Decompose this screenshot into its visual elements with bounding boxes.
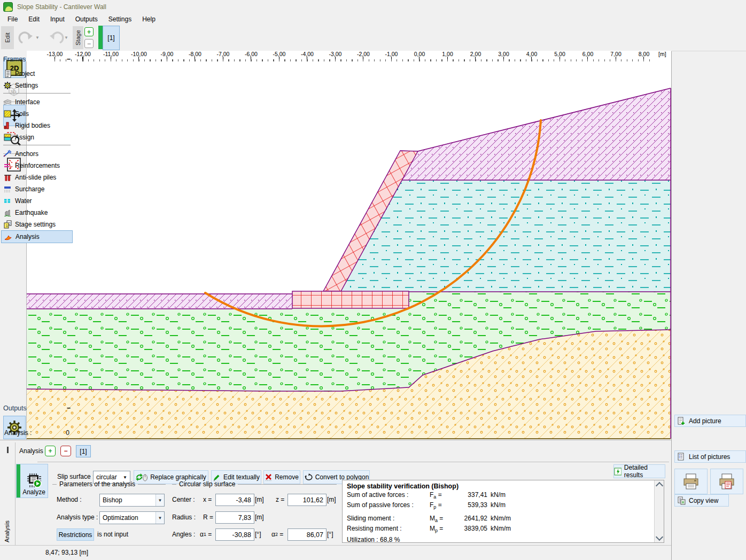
radius-field[interactable]: 7,83 <box>215 511 254 524</box>
ruler-label: 8,00 <box>639 51 649 57</box>
frame-item-project[interactable]: Project <box>3 68 72 80</box>
surcharge-icon <box>3 185 12 193</box>
earthquake-icon <box>3 208 12 217</box>
chevron-down-icon: ▼ <box>156 494 164 506</box>
stage-active-bar <box>98 26 103 49</box>
center-z-field[interactable]: 101,62 <box>287 494 327 506</box>
restrictions-button[interactable]: Restrictions <box>57 528 94 541</box>
ruler-unit: [m] <box>658 51 666 57</box>
panel-divider <box>15 442 15 545</box>
edit-textually-label: Edit textually <box>223 473 260 481</box>
analysis-type-select[interactable]: Optimization ▼ <box>99 511 165 524</box>
scroll-up-icon[interactable] <box>656 482 663 489</box>
redo-dropdown-icon[interactable]: ▼ <box>64 35 68 40</box>
frame-item-water[interactable]: Water <box>3 195 72 207</box>
results-scrollbar[interactable] <box>654 480 664 542</box>
result-row: Sum of active forces : Fa = 337,41 kN/m <box>347 491 646 501</box>
copy-view-button[interactable]: Copy view <box>674 494 729 507</box>
menu-settings[interactable]: Settings <box>103 14 137 24</box>
replace-graphically-label: Replace graphically <box>150 473 206 481</box>
restrictions-label: Restrictions <box>59 531 92 539</box>
detailed-results-button[interactable]: Detailed results <box>613 464 665 478</box>
frame-item-analysis[interactable]: Analysis <box>1 230 73 243</box>
unit-deg: [°] <box>327 528 333 540</box>
panel-grip[interactable] <box>7 447 9 453</box>
analysis-tab-1[interactable]: [1] <box>76 445 91 457</box>
frame-item-settings[interactable]: Settings <box>3 80 72 91</box>
ruler-label: -5,00 <box>273 51 286 57</box>
menu-input[interactable]: Input <box>45 14 70 24</box>
print-button[interactable] <box>674 469 708 494</box>
menu-file[interactable]: File <box>2 14 23 24</box>
list-of-pictures-button[interactable]: List of pictures <box>674 450 746 463</box>
add-picture-label: Add picture <box>689 417 721 425</box>
analyze-button[interactable]: Analyze <box>16 464 48 498</box>
project-icon <box>3 69 12 78</box>
frames-header: Frames − <box>3 56 71 63</box>
undo-dropdown-icon[interactable]: ▼ <box>35 35 40 40</box>
frame-item-label: Project <box>15 70 35 77</box>
stage-tab-1[interactable]: [1] <box>103 26 120 50</box>
utilization-row: Utilization : 68,8 % <box>347 535 646 543</box>
frame-item-stage-settings[interactable]: 21 Stage settings <box>3 219 72 230</box>
results-title: Slope stability verification (Bishop) <box>347 483 646 490</box>
result-row: Sum of passive forces : Fp = 539,33 kN/m <box>347 501 646 511</box>
menu-help[interactable]: Help <box>137 14 161 24</box>
frame-item-earthquake[interactable]: Earthquake <box>3 207 72 219</box>
alpha1-field[interactable]: -30,88 <box>215 528 254 541</box>
assign-icon <box>3 133 12 142</box>
add-analysis-button[interactable]: + <box>45 446 56 456</box>
frame-item-label: Reinforcements <box>15 162 60 169</box>
outputs-minimize-button[interactable]: − <box>67 405 71 412</box>
scroll-down-icon[interactable] <box>656 533 663 541</box>
method-value: Bishop <box>100 496 156 504</box>
frame-item-label: Soils <box>15 110 29 118</box>
radius-symbol: R = <box>203 511 213 523</box>
reinforcements-icon <box>3 161 12 170</box>
add-stage-button[interactable]: + <box>84 27 94 36</box>
frame-item-surcharge[interactable]: Surcharge <box>3 183 72 195</box>
frame-item-anti-slide-piles[interactable]: Anti-slide piles <box>3 172 72 183</box>
alpha2-field[interactable]: 86,07 <box>287 528 327 541</box>
restrictions-state: is not input <box>97 528 128 540</box>
cursor-coordinates: 8,47; 93,13 [m] <box>45 549 88 556</box>
add-picture-button[interactable]: Add picture <box>674 415 746 427</box>
ruler-label: -3,00 <box>329 51 342 57</box>
print-selection-button[interactable] <box>710 469 743 494</box>
analysis-type-label: Analysis type : <box>57 511 98 523</box>
radius-label: Radius : <box>172 511 196 523</box>
remove-stage-button[interactable]: − <box>84 39 94 48</box>
list-of-pictures-icon <box>677 453 686 461</box>
frame-item-label: Anchors <box>15 150 38 158</box>
frame-item-rigid-bodies[interactable]: Rigid bodies <box>3 120 72 131</box>
frames-minimize-button[interactable]: − <box>67 56 71 63</box>
undo-icon[interactable] <box>17 28 35 48</box>
title-bar: Slope Stability - Cantilever Wall <box>0 0 746 13</box>
ruler-label: 5,00 <box>554 51 565 57</box>
frame-item-assign[interactable]: Assign <box>3 131 72 143</box>
frame-item-anchors[interactable]: Anchors <box>3 148 72 160</box>
frame-item-interface[interactable]: Interface <box>3 96 72 108</box>
frame-item-soils[interactable]: Soils <box>3 108 72 120</box>
center-x-field[interactable]: -3,48 <box>215 494 254 506</box>
wall-footing[interactable] <box>292 291 409 308</box>
angles-label: Angles : <box>172 528 195 540</box>
method-select[interactable]: Bishop ▼ <box>99 494 165 507</box>
analyze-label: Analyze <box>22 488 45 496</box>
ruler-label: 1,00 <box>442 51 453 57</box>
cross-section[interactable] <box>27 61 671 440</box>
menu-outputs[interactable]: Outputs <box>70 14 103 24</box>
list-of-pictures-label: List of pictures <box>689 453 730 461</box>
printer-selection-icon <box>717 472 736 491</box>
remove-analysis-button[interactable]: − <box>60 446 71 456</box>
frame-item-label: Anti-slide piles <box>15 174 56 181</box>
alpha1-symbol: α1 = <box>200 528 212 540</box>
anchors-icon <box>3 150 12 158</box>
alpha2-symbol: α2 = <box>271 528 283 540</box>
analyze-chip-icon <box>26 472 42 488</box>
menu-edit[interactable]: Edit <box>23 14 45 24</box>
params-legend: Parameters of the analysis <box>52 480 166 488</box>
ruler-label: 4,00 <box>526 51 537 57</box>
redo-icon[interactable] <box>47 28 65 48</box>
frame-item-reinforcements[interactable]: Reinforcements <box>3 160 72 172</box>
